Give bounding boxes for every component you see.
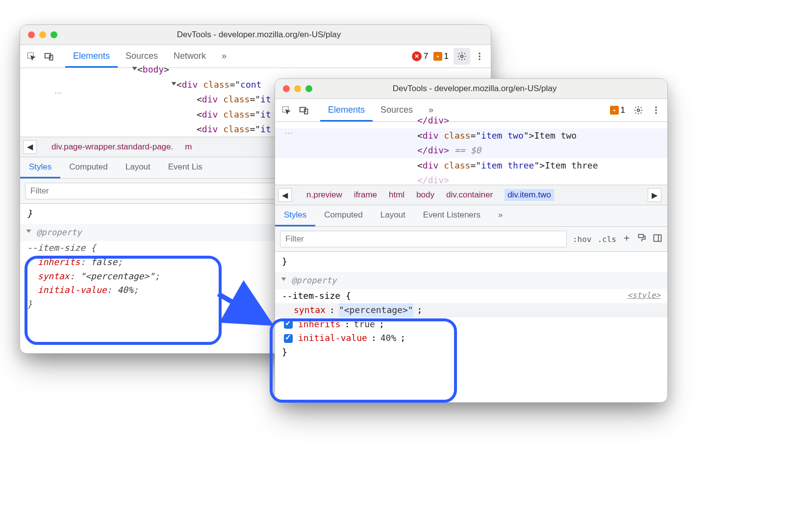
tab-sources[interactable]: Sources — [373, 99, 421, 121]
tab-elements[interactable]: Elements — [65, 45, 118, 68]
kebab-icon[interactable] — [471, 48, 488, 65]
errors-badge[interactable]: ✕7 — [412, 51, 428, 61]
chevron-left-icon[interactable]: ◀ — [23, 140, 37, 154]
svg-point-13 — [655, 112, 657, 114]
breadcrumb[interactable]: ◀ n.preview iframe html body div.contain… — [275, 185, 667, 205]
styles-pane-tabs: Styles Computed Layout Event Listeners » — [275, 205, 667, 227]
styles-content[interactable]: } @property --item-size { <style> syntax… — [275, 252, 667, 369]
window-title: DevTools - developer.mozilla.org/en-US/p… — [64, 30, 483, 40]
chevron-right-icon[interactable]: ▶ — [648, 188, 661, 202]
titlebar[interactable]: DevTools - developer.mozilla.org/en-US/p… — [275, 79, 667, 99]
at-property-label: @property — [291, 275, 336, 285]
crumb-segment[interactable]: iframe — [354, 190, 377, 200]
issues-count: 1 — [444, 51, 449, 61]
panel-toggle-icon[interactable] — [653, 233, 662, 245]
svg-point-3 — [461, 55, 463, 58]
crumb-selected[interactable]: div.item.two — [505, 189, 554, 201]
svg-point-10 — [637, 109, 640, 112]
property-checkbox[interactable] — [284, 334, 293, 343]
crumb-segment[interactable]: n.preview — [306, 190, 342, 200]
subtab-layout[interactable]: Layout — [117, 157, 159, 178]
maximize-icon[interactable] — [51, 31, 57, 38]
paint-icon[interactable] — [637, 233, 647, 245]
svg-point-5 — [479, 55, 480, 57]
styles-filter-bar: :hov .cls — [275, 227, 667, 252]
source-link[interactable]: <style> — [628, 289, 660, 302]
gear-icon[interactable] — [630, 102, 647, 119]
subtab-layout[interactable]: Layout — [372, 205, 414, 226]
crumb-segment[interactable]: html — [389, 190, 405, 200]
device-toggle-icon[interactable] — [296, 102, 312, 119]
property-checkbox[interactable] — [284, 320, 293, 329]
device-toggle-icon[interactable] — [41, 48, 57, 65]
issues-badge[interactable]: ▪1 — [610, 105, 625, 115]
devtools-window-b: DevTools - developer.mozilla.org/en-US/p… — [275, 78, 668, 403]
svg-point-6 — [479, 58, 480, 60]
subtab-computed[interactable]: Computed — [315, 205, 371, 226]
at-property-label: @property — [36, 227, 81, 237]
crumb-segment[interactable]: div.container — [446, 190, 493, 200]
tab-network[interactable]: Network — [166, 45, 214, 68]
window-title: DevTools - developer.mozilla.org/en-US/p… — [319, 84, 659, 94]
arrow-icon — [216, 284, 279, 333]
svg-point-4 — [479, 53, 480, 54]
maximize-icon[interactable] — [305, 85, 312, 92]
svg-rect-14 — [638, 235, 643, 238]
crumb-segment[interactable]: body — [416, 190, 434, 200]
subtab-events[interactable]: Event Lis — [159, 157, 211, 178]
issues-count: 1 — [621, 105, 625, 115]
svg-point-11 — [655, 107, 657, 108]
kebab-icon[interactable] — [648, 102, 664, 119]
close-icon[interactable] — [283, 85, 290, 92]
inspect-icon[interactable] — [278, 102, 295, 119]
subtab-styles[interactable]: Styles — [20, 157, 60, 178]
subtab-computed[interactable]: Computed — [60, 157, 116, 178]
rule-name: --item-size — [27, 242, 85, 253]
subtabs-more-icon[interactable]: » — [489, 205, 511, 226]
new-rule-icon[interactable] — [622, 234, 631, 244]
titlebar[interactable]: DevTools - developer.mozilla.org/en-US/p… — [20, 25, 491, 45]
svg-point-12 — [655, 109, 657, 111]
cls-button[interactable]: .cls — [597, 235, 616, 244]
minimize-icon[interactable] — [39, 31, 46, 38]
tabs-more-icon[interactable]: » — [214, 45, 234, 68]
minimize-icon[interactable] — [294, 85, 301, 92]
subtab-styles[interactable]: Styles — [275, 205, 315, 226]
rule-name: --item-size — [282, 290, 340, 301]
hov-button[interactable]: :hov — [573, 235, 592, 244]
gear-icon[interactable] — [454, 48, 470, 65]
crumb-segment[interactable]: div.page-wrapper.standard-page. — [51, 142, 173, 152]
filter-input[interactable] — [280, 231, 567, 247]
subtab-events[interactable]: Event Listeners — [414, 205, 489, 226]
tab-elements[interactable]: Elements — [320, 99, 373, 121]
close-icon[interactable] — [28, 31, 35, 38]
issues-badge[interactable]: ▪1 — [433, 51, 449, 61]
chevron-left-icon[interactable]: ◀ — [278, 188, 292, 202]
crumb-segment[interactable]: m — [185, 142, 192, 152]
svg-rect-15 — [654, 235, 661, 241]
inspect-icon[interactable] — [23, 48, 40, 65]
errors-count: 7 — [424, 51, 428, 61]
